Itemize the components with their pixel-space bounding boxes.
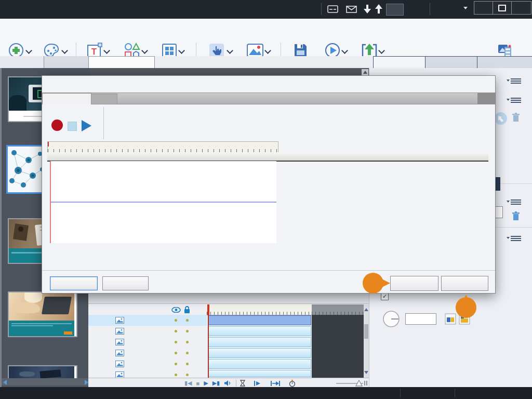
panel-menu-icon-4[interactable] <box>511 236 521 242</box>
panel-menu-icon-1[interactable] <box>511 78 521 85</box>
image-row-icon <box>115 339 124 345</box>
audio-mute-icon[interactable] <box>224 380 231 386</box>
maximize-button[interactable] <box>493 1 512 15</box>
filmstrip-scrollbar[interactable] <box>2 378 90 385</box>
lock-icon[interactable] <box>184 306 190 314</box>
timeline-row-image112[interactable] <box>88 369 207 378</box>
visibility-eye-icon[interactable] <box>171 307 181 313</box>
tab-properties[interactable] <box>373 56 426 68</box>
tab-filmstrip[interactable] <box>0 56 44 68</box>
object-audio-dialog <box>42 75 496 294</box>
timeline-playhead-line <box>208 315 209 378</box>
angle-dial[interactable] <box>382 310 400 328</box>
stop-button[interactable] <box>68 122 77 131</box>
timeline-row-image116[interactable] <box>88 326 207 337</box>
image-row-icon <box>115 361 124 367</box>
library-button[interactable] <box>102 276 149 290</box>
tab-timing[interactable] <box>425 56 478 68</box>
row-dot[interactable] <box>186 330 189 332</box>
timeline-scroll-down-icon[interactable] <box>364 371 368 376</box>
play-icon[interactable]: ▶ <box>204 380 208 387</box>
row-dot[interactable] <box>175 341 177 343</box>
save-audio-button[interactable] <box>390 276 438 291</box>
tab-edit[interactable] <box>91 94 117 104</box>
dialog-tab-band <box>42 92 495 104</box>
waveform-playhead <box>50 161 51 243</box>
timeline-playhead-marker[interactable] <box>207 304 209 315</box>
stage-scrollbar-up[interactable] <box>362 69 368 75</box>
slide-number-input[interactable] <box>386 4 404 16</box>
timeline-bar-method[interactable] <box>208 359 311 369</box>
slide-4-thumbnail[interactable] <box>8 291 77 337</box>
import-button[interactable] <box>50 276 98 290</box>
minimize-button[interactable] <box>474 1 493 15</box>
constrain-checkbox[interactable]: ✓ <box>381 292 389 300</box>
tab-object-state[interactable] <box>44 56 89 68</box>
timeline-row-image113[interactable] <box>88 358 207 370</box>
row-dot[interactable] <box>175 363 177 365</box>
panel-tab-row <box>0 56 532 69</box>
scroll-right-icon[interactable] <box>85 380 88 385</box>
timeline-bar-assess[interactable] <box>208 326 311 336</box>
start-offset-icon <box>254 381 262 386</box>
workspace-chevron-icon[interactable] <box>463 7 468 11</box>
timeline-bar-interactive[interactable] <box>208 337 311 347</box>
mail-icon[interactable] <box>346 6 357 13</box>
record-button[interactable] <box>51 119 63 131</box>
delete-icon-1[interactable] <box>512 113 520 122</box>
timeline-bar-adobestock[interactable] <box>208 315 311 325</box>
timeline-ruler[interactable] <box>207 304 312 315</box>
narration-header <box>47 152 488 162</box>
undo-circle-icon[interactable] <box>494 112 508 125</box>
closed-captions-icon[interactable] <box>327 5 338 13</box>
scroll-left-icon[interactable] <box>3 380 7 385</box>
go-to-start-icon[interactable]: ▮◀ <box>184 380 192 387</box>
image-row-icon <box>115 350 124 356</box>
tab-library[interactable] <box>477 56 532 68</box>
panel-menu-icon-3[interactable] <box>511 200 521 206</box>
play-button[interactable] <box>82 120 91 131</box>
timeline-scrollbar[interactable] <box>364 304 369 378</box>
row-dot[interactable] <box>186 352 189 354</box>
row-dot[interactable] <box>186 319 189 322</box>
timeline-ruler-dark[interactable] <box>312 304 364 315</box>
row-dot[interactable] <box>175 330 177 332</box>
status-bar <box>0 387 532 399</box>
row-dot[interactable] <box>175 319 177 322</box>
waveform-display[interactable] <box>50 161 276 243</box>
timeline-bar-lightbulb[interactable] <box>208 370 311 377</box>
delete-icon-2[interactable] <box>512 211 520 221</box>
audio-ruler[interactable] <box>47 141 278 153</box>
stop-icon[interactable]: ■ <box>196 380 200 387</box>
image-row-icon <box>115 328 124 335</box>
timeline-row-image115[interactable] <box>88 337 207 348</box>
panel-menu-icon-2[interactable] <box>511 98 521 104</box>
close-window-button[interactable] <box>511 1 531 15</box>
next-slide-icon[interactable] <box>364 4 371 14</box>
tab-add-replace[interactable] <box>42 93 91 104</box>
panel-fragment-box <box>495 177 500 191</box>
timeline-row-image142[interactable] <box>88 315 207 326</box>
tab-document[interactable] <box>88 56 155 68</box>
object-duration-icon <box>271 381 280 386</box>
timeline-scroll-up-icon[interactable] <box>364 306 368 311</box>
timeline-panel: ▮◀ ■ ▶ ▶▮ <box>88 292 369 388</box>
row-dot[interactable] <box>186 374 189 376</box>
angle-input[interactable] <box>405 313 436 325</box>
previous-slide-icon[interactable] <box>375 4 382 14</box>
row-dot[interactable] <box>175 352 177 354</box>
menubar-divider <box>321 3 322 15</box>
timeline-row-image114[interactable] <box>88 348 207 359</box>
go-to-end-icon[interactable]: ▶▮ <box>212 380 220 387</box>
row-dot[interactable] <box>186 341 189 343</box>
zoom-slider-handle[interactable] <box>355 380 363 387</box>
timeline-bar-content[interactable] <box>208 348 311 358</box>
timeline-title[interactable] <box>88 293 369 304</box>
row-dot[interactable] <box>175 374 177 376</box>
captivate-window: T <box>0 0 532 399</box>
panel-separator-1 <box>495 183 532 184</box>
close-dialog-button[interactable] <box>441 276 488 291</box>
timeline-scroll-thumb[interactable] <box>364 324 368 339</box>
flip-horizontal-button[interactable] <box>445 313 456 325</box>
row-dot[interactable] <box>186 363 189 365</box>
